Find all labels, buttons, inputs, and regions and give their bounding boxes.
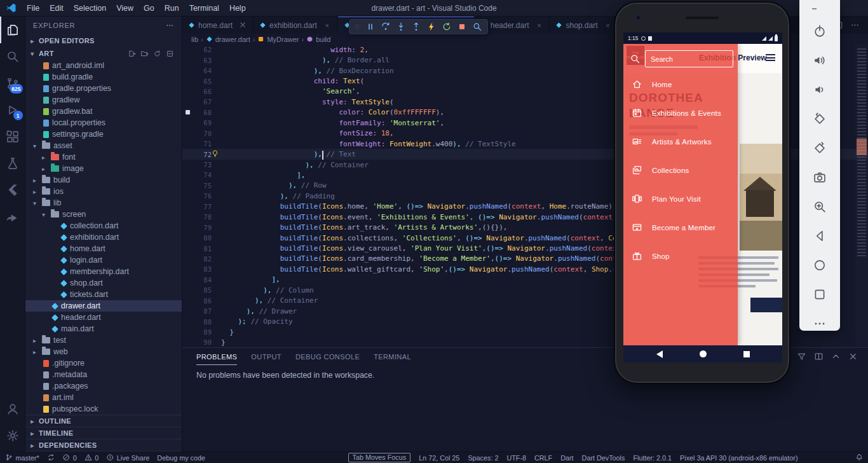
tree-item-.metadata[interactable]: .metadata <box>25 369 182 380</box>
line-number[interactable]: 75 <box>193 182 212 190</box>
menu-help[interactable]: Help <box>224 4 251 13</box>
panel-tab-output[interactable]: OUTPUT <box>251 348 281 365</box>
activity-search[interactable] <box>0 43 25 70</box>
section-dependencies[interactable]: ▸DEPENDENCIES <box>25 439 182 452</box>
line-number[interactable]: 76 <box>193 192 212 200</box>
line-number[interactable]: 69 <box>193 119 212 127</box>
tree-item-web[interactable]: ▸web <box>25 346 182 357</box>
line-number[interactable]: 62 <box>193 46 212 53</box>
line-number[interactable]: 90 <box>193 338 212 346</box>
status-dart[interactable]: Dart <box>560 454 573 462</box>
minimize-icon[interactable] <box>810 4 818 13</box>
tree-item-tickets.dart[interactable]: tickets.dart <box>25 289 182 300</box>
emulator-screenshot-button[interactable] <box>813 170 827 184</box>
drawer-search[interactable]: Search <box>623 50 738 67</box>
breadcrumb-lib[interactable]: lib <box>191 36 198 43</box>
line-number[interactable]: 68 <box>193 109 212 116</box>
activity-share[interactable] <box>0 204 25 230</box>
line-number[interactable]: 88 <box>193 318 212 326</box>
status-0[interactable]: 0 <box>62 453 77 462</box>
status-crlf[interactable]: CRLF <box>534 454 552 462</box>
close-icon[interactable] <box>826 4 834 13</box>
line-number[interactable]: 85 <box>193 286 212 294</box>
tree-item-login.dart[interactable]: login.dart <box>25 254 182 266</box>
activity-explorer[interactable] <box>0 17 25 43</box>
line-number[interactable]: 64 <box>193 67 212 74</box>
debug-stop-button[interactable] <box>455 20 468 33</box>
menu-file[interactable]: File <box>22 4 44 13</box>
tree-item-ios[interactable]: ▸ios <box>25 186 182 197</box>
line-number[interactable]: 82 <box>193 255 212 263</box>
line-number[interactable]: 84 <box>193 276 212 284</box>
hamburger-menu-icon[interactable] <box>766 54 775 61</box>
tree-item-.gitignore[interactable]: .gitignore <box>25 357 182 369</box>
tree-item-drawer.dart[interactable]: drawer.dart <box>25 300 182 312</box>
activity-testing[interactable] <box>0 150 25 177</box>
breadcrumb-MyDrawer[interactable]: MyDrawer <box>257 36 299 43</box>
emulator-more-button[interactable] <box>813 317 827 331</box>
tree-item-exhibition.dart[interactable]: exhibition.dart <box>25 232 182 243</box>
tree-item-screen[interactable]: ▾screen <box>25 209 182 220</box>
status-0[interactable]: 0 <box>85 453 99 462</box>
line-number[interactable]: 83 <box>193 265 212 273</box>
close-icon[interactable]: × <box>534 22 543 29</box>
emulator-home-button[interactable] <box>813 258 827 272</box>
activity-run-debug[interactable]: 1 <box>0 97 25 123</box>
line-number[interactable]: 80 <box>193 234 212 242</box>
notifications-bell[interactable] <box>855 453 864 462</box>
menu-go[interactable]: Go <box>139 4 159 13</box>
line-number[interactable]: 71 <box>193 140 212 148</box>
line-number[interactable]: 70 <box>193 130 212 137</box>
line-number[interactable]: 63 <box>193 57 212 64</box>
tree-item-home.dart[interactable]: home.dart <box>25 243 182 254</box>
tree-item-collection.dart[interactable]: collection.dart <box>25 220 182 232</box>
tree-item-local.properties[interactable]: local.properties <box>25 117 182 128</box>
emulator-back-button[interactable] <box>813 229 827 243</box>
search-input[interactable]: Search <box>645 50 733 67</box>
line-number[interactable]: 79 <box>193 224 212 232</box>
activity-accounts[interactable] <box>0 396 25 422</box>
phone-screen[interactable]: 1:15 THE MUSEUM Exhibition Preview DOROT… <box>623 32 782 363</box>
status-dart-devtools[interactable]: Dart DevTools <box>582 454 625 462</box>
emulator-zoom-button[interactable] <box>813 200 827 214</box>
tree-item-art.iml[interactable]: art.iml <box>25 392 182 403</box>
drawer-item-plan-your-visit[interactable]: Plan Your Visit <box>623 184 738 213</box>
tree-item-asset[interactable]: ▾asset <box>25 140 182 151</box>
status-pixel-3a-api-30-android-x86-emulator-[interactable]: Pixel 3a API 30 (android-x86 emulator) <box>680 454 797 462</box>
debug-pause-button[interactable] <box>363 20 377 33</box>
tab-exhibition.dart[interactable]: exhibition.dart× <box>254 17 338 34</box>
tab-shop.dart[interactable]: shop.dart× <box>550 17 618 34</box>
tree-item-.packages[interactable]: .packages <box>25 380 182 392</box>
tree-item-gradle.properties[interactable]: gradle.properties <box>25 83 182 94</box>
drawer-item-become-a-member[interactable]: Become a Member <box>623 213 738 242</box>
line-number[interactable]: 87 <box>193 307 212 315</box>
status-item[interactable] <box>47 453 55 462</box>
drag-handle-icon[interactable] <box>353 22 361 32</box>
debug-step-into-button[interactable] <box>394 20 407 33</box>
status-ln-72-col-25[interactable]: Ln 72, Col 25 <box>419 454 459 462</box>
emulator-power-button[interactable] <box>813 24 827 38</box>
android-home-button[interactable] <box>700 350 707 357</box>
status-master-[interactable]: master* <box>5 453 39 462</box>
project-section[interactable]: ▾ ART <box>25 47 182 60</box>
tree-item-font[interactable]: ▸font <box>25 151 182 163</box>
breadcrumb-drawer.dart[interactable]: drawer.dart <box>206 36 250 43</box>
line-number[interactable]: 67 <box>193 98 212 106</box>
menu-run[interactable]: Run <box>159 4 184 13</box>
drawer-item-home[interactable]: Home <box>623 70 738 99</box>
line-number[interactable]: 65 <box>193 78 212 85</box>
tree-item-shop.dart[interactable]: shop.dart <box>25 277 182 289</box>
line-number[interactable]: 66 <box>193 88 212 95</box>
lightbulb-icon[interactable] <box>211 149 219 158</box>
activity-extensions[interactable] <box>0 123 25 150</box>
menu-terminal[interactable]: Terminal <box>184 4 224 13</box>
line-number[interactable]: 74 <box>193 171 212 179</box>
android-overview-button[interactable] <box>743 351 750 357</box>
tree-item-build.gradle[interactable]: build.gradle <box>25 71 182 83</box>
status-tab-moves-focus[interactable]: Tab Moves Focus <box>348 453 411 462</box>
activity-source-control[interactable]: 625 <box>0 70 25 97</box>
drawer-item-artists-artworks[interactable]: Artists & Artworks <box>623 127 738 156</box>
panel-tab-problems[interactable]: PROBLEMS <box>196 348 237 365</box>
line-number[interactable]: 89 <box>193 328 212 336</box>
tab-home.dart[interactable]: home.dart <box>182 17 254 34</box>
